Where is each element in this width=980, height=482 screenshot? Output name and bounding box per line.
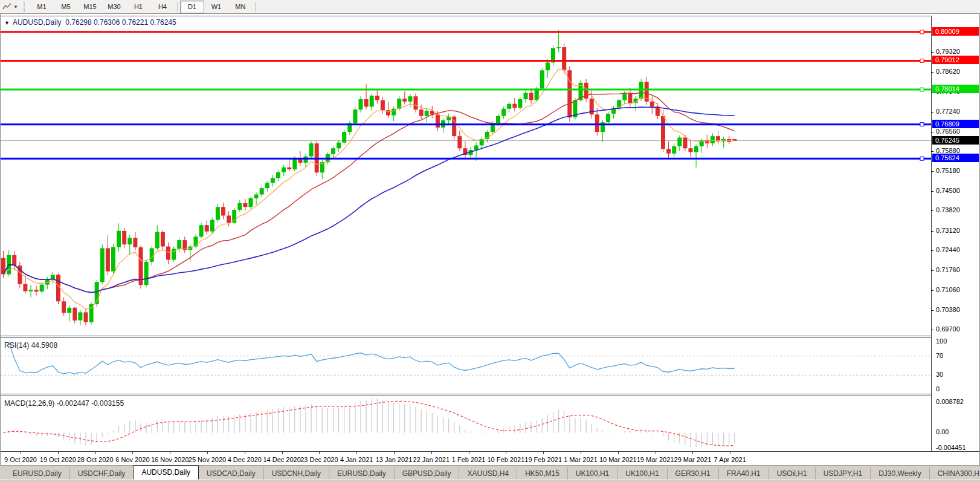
bottom-tab-eurusd-daily[interactable]: EURUSD,Daily [329,467,395,480]
level-price-label: 0.75624 [932,154,979,162]
date-label: 1 Mar 2021 [564,456,598,463]
date-tick [394,452,395,454]
date-label: 14 Dec 2020 [263,456,300,463]
bottom-tab-xauusd-h4[interactable]: XAUUSD,H4 [459,467,517,480]
expander-icon: ▼ [4,20,10,26]
date-label: 28 Oct 2020 [77,456,114,463]
current-price-label: 0.76245 [932,136,979,145]
chart-symbol-label: AUDUSD,Daily [13,18,62,27]
date-tick [356,452,357,454]
price-tick [931,132,933,132]
bottom-tab-usdchf-daily[interactable]: USDCHF,Daily [70,467,134,480]
date-label: 16 Nov 2020 [151,456,189,463]
price-tick [931,270,933,271]
line-end-marker[interactable] [920,88,924,91]
line-end-marker[interactable] [920,59,924,62]
timeframe-button-m1[interactable]: M1 [30,1,54,13]
bottom-tab-audusd-daily[interactable]: AUDUSD,Daily [133,465,199,480]
price-axis-line [931,16,932,451]
bottom-tab-hk50-m15[interactable]: HK50,M15 [517,467,568,480]
bottom-tab-eurusd-daily[interactable]: EURUSD,Daily [5,467,70,480]
price-tick-label: 0.69700 [936,325,960,333]
timeframe-button-w1[interactable]: W1 [204,1,228,13]
price-tick [931,310,933,311]
chart-window: ▼AUDUSD,Daily 0.76298 0.76306 0.76221 0.… [0,13,980,465]
bottom-tab-usdjpy-h1[interactable]: USDJPY,H1 [816,467,871,480]
price-tick [931,72,933,73]
bottom-tab-dj30-weekly[interactable]: DJ30,Weekly [871,467,929,480]
timeframe-button-m15[interactable]: M15 [78,1,102,13]
toolbar-grip[interactable] [24,2,27,11]
chart-tool-button[interactable]: ▼ [0,1,21,13]
bottom-tab-usdcnh-daily[interactable]: USDCNH,Daily [264,467,329,480]
timeframe-button-h1[interactable]: H1 [126,1,150,13]
line-end-marker[interactable] [920,157,924,160]
price-tick [931,112,933,112]
price-tick-label: 0.71060 [936,286,960,293]
candlesticks [1,30,737,325]
macd-axis-label: 0.008782 [936,398,964,405]
date-tick [21,452,21,454]
price-tick [931,151,933,152]
timeframe-toolbar: ▼ M1M5M15M30H1H4D1W1MN [0,0,980,14]
date-tick [431,452,432,454]
date-label: 10 Mar 2021 [599,456,637,463]
date-tick [543,452,544,454]
chart-ohlc-values: 0.76298 0.76306 0.76221 0.76245 [65,18,176,27]
timeframe-button-m5[interactable]: M5 [54,1,78,13]
bottom-tab-gbpusd-daily[interactable]: GBPUSD,Daily [395,467,460,480]
level-price-label: 0.78014 [932,85,979,93]
line-end-marker[interactable] [920,123,924,126]
date-tick [319,452,320,454]
timeframe-button-h4[interactable]: H4 [150,1,175,13]
bottom-tab-usdcad-daily[interactable]: USDCAD,Daily [199,467,264,480]
date-tick [245,452,245,454]
price-tick-label: 0.78620 [936,68,960,75]
date-label: 4 Jan 2021 [340,456,373,463]
timeframe-button-mn[interactable]: MN [228,1,253,13]
price-tick-label: 0.75880 [936,147,960,154]
bottom-tab-uk100-h1[interactable]: UK100,H1 [617,467,667,480]
price-tick-label: 0.71760 [936,266,960,273]
macd-axis-label: 0.00 [936,428,949,435]
date-label: 19 Feb 2021 [524,456,562,463]
macd-panel [1,396,931,451]
rsi-line [9,342,735,374]
bottom-tab-ger30-h1[interactable]: GER30,H1 [668,467,719,480]
timeframe-button-d1[interactable]: D1 [180,1,204,13]
status-strip [0,480,980,482]
toolbar-separator [255,2,256,11]
rsi-panel [1,338,931,394]
price-tick [931,191,933,192]
macd-axis-label: -0.004451 [936,444,966,451]
timeframe-button-m30[interactable]: M30 [102,1,126,13]
date-tick [282,452,283,454]
price-tick-label: 0.70380 [936,306,960,313]
date-axis[interactable]: 9 Oct 202019 Oct 202028 Oct 20206 Nov 20… [1,451,979,465]
bottom-tab-uk100-h1[interactable]: UK100,H1 [568,467,617,480]
date-label: 10 Feb 2021 [488,456,525,463]
date-label: 4 Dec 2020 [228,456,262,463]
price-tick [931,52,933,53]
bottom-tab-usoil-h1[interactable]: USOil,H1 [769,467,816,480]
date-label: 6 Nov 2020 [115,456,149,463]
line-end-marker[interactable] [920,30,924,34]
price-tick-label: 0.74500 [936,187,960,194]
date-tick [132,452,133,454]
date-tick [618,452,619,454]
date-tick [207,452,208,454]
date-label: 9 Oct 2020 [4,456,37,463]
date-label: 19 Oct 2020 [40,456,76,463]
date-tick [656,452,656,454]
price-tick-label: 0.75180 [936,167,960,174]
rsi-indicator-label: RSI(14) 44.5908 [4,341,57,350]
date-tick [581,452,581,454]
price-tick-label: 0.73120 [936,227,960,234]
date-label: 23 Dec 2020 [300,456,338,463]
date-label: 7 Apr 2021 [714,456,746,463]
level-price-label: 0.79012 [932,56,979,64]
bottom-tab-china300-h1[interactable]: CHINA300,H1 [930,467,980,480]
price-tick-label: 0.72440 [936,246,960,253]
bottom-tab-fra40-h1[interactable]: FRA40,H1 [719,467,769,480]
chart-title: ▼AUDUSD,Daily 0.76298 0.76306 0.76221 0.… [4,18,176,27]
